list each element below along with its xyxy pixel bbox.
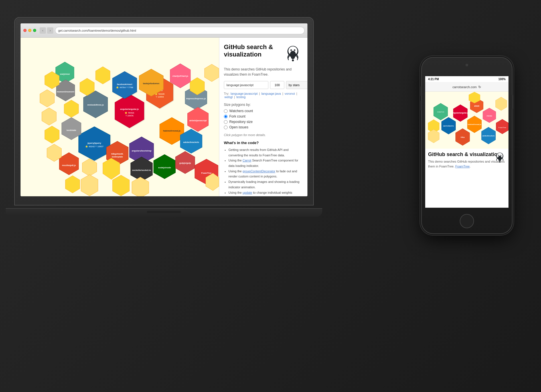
try-link-testing[interactable]: testing	[236, 95, 246, 99]
svg-text:boilerplate: boilerplate	[112, 155, 123, 158]
url-text: get.carrotsearch.com/foamtree/demo/demos…	[58, 29, 136, 32]
whats-in-item-4: Dynamically loading images and showing a…	[228, 179, 303, 190]
svg-text:chartjs/Chart.js: chartjs/Chart.js	[172, 75, 188, 77]
phone-body: 4:21 PM 100% carrotsearch.com ↻ angular/…	[421, 57, 512, 234]
phone-home-button[interactable]	[460, 214, 474, 228]
phone-vol-up-button[interactable]	[421, 86, 422, 96]
svg-text:jquery/jquery: jquery/jquery	[87, 142, 102, 144]
svg-text:vuejs/vue: vuejs/vue	[437, 111, 445, 113]
radio-watchers-input[interactable]	[224, 109, 228, 113]
phone-vol-down-button[interactable]	[421, 100, 422, 110]
search-count-input[interactable]	[270, 81, 284, 89]
phone-hex-viz: angular/angular.js d3/d3 jquery/jquery h…	[425, 92, 508, 149]
whats-in-item-3: Using the groupContentDecorator to fade …	[228, 169, 303, 179]
phone-foamtree-link[interactable]: FoamTree	[455, 165, 470, 168]
hex-visualization: angular/angular.js ⭐ 50416 ⑂ 24476 d3/d3…	[21, 38, 219, 196]
whats-in-title: What's in the code?	[224, 141, 303, 145]
url-bar[interactable]: get.carrotsearch.com/foamtree/demo/demos…	[55, 27, 305, 34]
svg-text:adobe/brackets: adobe/brackets	[183, 141, 199, 144]
phone-browser-bar[interactable]: carrotsearch.com ↻	[425, 82, 508, 92]
radio-watchers-label: Watchers count	[229, 109, 253, 113]
whats-in-item-5: Using the update to change individual we…	[228, 190, 303, 197]
svg-point-74	[292, 59, 294, 61]
svg-text:FoamTree: FoamTree	[201, 172, 212, 174]
radio-forks-input[interactable]	[224, 115, 228, 118]
update-link[interactable]: update	[243, 191, 252, 194]
svg-text:angularu/bootstrap: angularu/bootstrap	[132, 149, 152, 152]
laptop: ‹ › get.carrotsearch.com/foamtree/demo/d…	[14, 17, 314, 217]
browser-chrome: ‹ › get.carrotsearch.com/foamtree/demo/d…	[21, 23, 307, 38]
group-content-link[interactable]: groupContentDecorator	[243, 169, 275, 173]
radio-group: Watchers count Fork count Repository siz…	[224, 109, 303, 129]
svg-text:jquery/jquery: jquery/jquery	[443, 125, 454, 127]
minimize-btn[interactable]	[28, 29, 31, 32]
info-header: GitHub search & visualization	[224, 43, 303, 63]
svg-text:⑂ 13994: ⑂ 13994	[156, 96, 164, 98]
radio-issues-input[interactable]	[224, 126, 228, 129]
svg-text:gulpjs/gulp: gulpjs/gulp	[179, 162, 191, 164]
forward-button[interactable]: ›	[47, 27, 53, 34]
radio-size-label: Repository size	[229, 120, 253, 124]
radio-size-input[interactable]	[224, 120, 228, 124]
try-link-javascript[interactable]: language:javascript	[231, 92, 258, 95]
svg-text:⭐ 44764 ⑂ 7798: ⭐ 44764 ⑂ 7798	[116, 86, 133, 89]
radio-forks[interactable]: Fork count	[224, 114, 303, 118]
close-btn[interactable]	[23, 29, 27, 32]
radio-issues[interactable]: Open issues	[224, 125, 303, 129]
phone-time: 4:21 PM	[428, 78, 439, 81]
svg-text:FoamTree: FoamTree	[499, 127, 506, 128]
phone-viz-panel: angular/angular.js d3/d3 jquery/jquery h…	[425, 92, 508, 149]
back-button[interactable]: ‹	[40, 27, 46, 34]
svg-text:vuejs/vue: vuejs/vue	[60, 73, 70, 75]
svg-text:tastejs/todomvc: tastejs/todomvc	[143, 82, 160, 85]
svg-text:d3/d3: d3/d3	[474, 105, 479, 107]
phone-github-logo	[493, 151, 506, 164]
svg-text:nodejs/node: nodejs/node	[158, 166, 171, 169]
click-hint: Click polygon for more details.	[224, 133, 303, 137]
phone-status-bar: 4:21 PM 100%	[425, 76, 508, 82]
viz-panel[interactable]: angular/angular.js ⭐ 50416 ⑂ 24476 d3/d3…	[21, 38, 219, 196]
phone-url: carrotsearch.com	[453, 85, 477, 89]
svg-text:h5bp/html5-: h5bp/html5-	[111, 153, 124, 155]
radio-forks-label: Fork count	[229, 114, 246, 118]
info-description: This demo searches GitHub repositories a…	[224, 67, 303, 77]
svg-text:facebook/react: facebook/react	[117, 83, 132, 86]
phone-battery: 100%	[498, 78, 506, 81]
radio-issues-label: Open issues	[229, 125, 248, 129]
svg-text:h5bp: h5bp	[461, 136, 465, 138]
svg-text:mozilla/pdf.js: mozilla/pdf.js	[62, 164, 76, 167]
try-label: Try:	[224, 92, 229, 95]
svg-text:⭐ 40242 ⑂ 10837: ⭐ 40242 ⑂ 10837	[85, 145, 104, 148]
svg-text:⑂ 24476: ⑂ 24476	[125, 114, 133, 117]
radio-watchers[interactable]: Watchers count	[224, 109, 303, 113]
sort-select[interactable]: by stars by forks by watchers	[286, 81, 307, 89]
phone-camera	[466, 64, 468, 66]
radio-size[interactable]: Repository size	[224, 120, 303, 124]
try-link-java[interactable]: language:java	[261, 92, 281, 95]
info-title: GitHub search & visualization	[224, 43, 280, 58]
info-panel: GitHub search & visualization	[219, 38, 307, 196]
reload-icon[interactable]: ↻	[478, 85, 481, 89]
try-link-voronoi[interactable]: voronoi	[285, 92, 295, 95]
phone-power-button[interactable]	[512, 95, 513, 109]
whats-in-list: Getting search results from GitHub API a…	[224, 147, 303, 196]
svg-point-105	[499, 161, 501, 163]
search-bar: by stars by forks by watchers Search	[224, 81, 303, 89]
scene: ‹ › get.carrotsearch.com/foamtree/demo/d…	[0, 0, 541, 392]
laptop-base	[6, 208, 322, 217]
search-input[interactable]	[224, 81, 268, 89]
svg-point-104	[499, 158, 501, 161]
svg-point-103	[501, 155, 501, 156]
svg-text:socketio/socket.io: socketio/socket.io	[132, 169, 151, 171]
svg-text:angular/angular.js: angular/angular.js	[120, 108, 139, 110]
phone: 4:21 PM 100% carrotsearch.com ↻ angular/…	[421, 57, 512, 234]
whats-in-item-2: Using the Carrot Search FoamTree compone…	[228, 158, 303, 168]
try-link-webgl[interactable]: webgl	[224, 95, 233, 99]
size-by-label: Size polygons by:	[224, 103, 303, 107]
maximize-btn[interactable]	[33, 29, 36, 32]
svg-point-102	[498, 155, 499, 156]
foamtree-link-1[interactable]: Carrot	[243, 159, 252, 162]
browser-content: angular/angular.js ⭐ 50416 ⑂ 24476 d3/d3…	[21, 38, 307, 196]
svg-point-72	[294, 49, 295, 51]
svg-point-71	[290, 49, 292, 51]
